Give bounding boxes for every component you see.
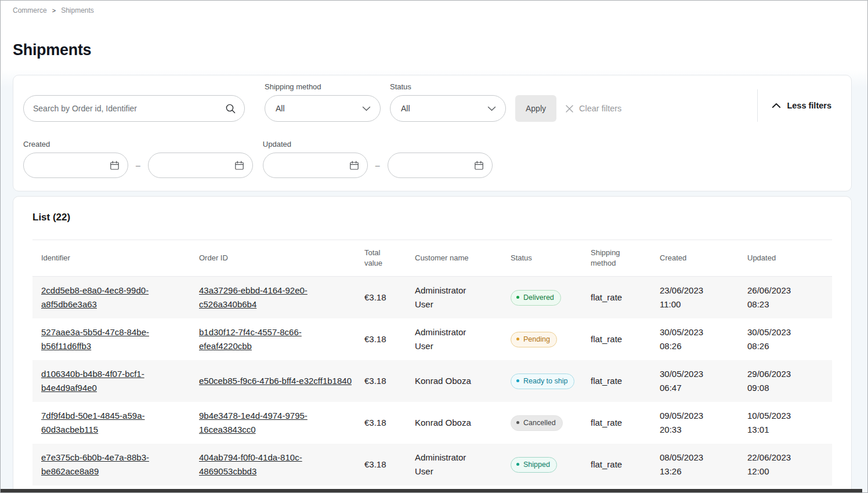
updated-cell: 29/06/2023 09:08 bbox=[747, 360, 832, 402]
table-body: 2cdd5eb8-e8a0-4ec8-99d0-a8f5db6e3a63 43a… bbox=[32, 277, 832, 485]
order-id-cell: 43a37296-ebbd-4164-92e0-c526a340b6b4 bbox=[199, 277, 364, 318]
total-value-cell: €3.18 bbox=[364, 402, 415, 444]
breadcrumb-commerce[interactable]: Commerce bbox=[13, 6, 47, 14]
status-filter: Status All bbox=[390, 82, 506, 122]
updated-to-input[interactable] bbox=[397, 161, 474, 170]
calendar-icon[interactable] bbox=[234, 161, 244, 171]
total-value-cell: €3.18 bbox=[364, 318, 415, 360]
calendar-icon[interactable] bbox=[474, 161, 484, 171]
breadcrumb-separator-icon: > bbox=[52, 7, 56, 14]
status-dot bbox=[516, 463, 519, 466]
updated-to-field bbox=[388, 153, 493, 178]
search-icon bbox=[225, 103, 236, 114]
table-row: 7df9f4bd-50e1-4845-a59a-60d3acbeb115 9b4… bbox=[32, 402, 832, 444]
created-cell: 23/06/2023 11:00 bbox=[660, 277, 747, 318]
status-badge-label: Ready to ship bbox=[523, 376, 567, 386]
apply-button[interactable]: Apply bbox=[515, 95, 556, 122]
table-row: 527aae3a-5b5d-47c8-84be-b56f11d6ffb3 b1d… bbox=[32, 318, 832, 360]
order-id-link[interactable]: 43a37296-ebbd-4164-92e0-c526a340b6b4 bbox=[199, 284, 353, 311]
calendar-icon[interactable] bbox=[349, 161, 359, 171]
clear-filters-button[interactable]: Clear filters bbox=[565, 95, 621, 122]
chevron-down-icon bbox=[362, 106, 371, 111]
shipping-method-filter: Shipping method All bbox=[265, 82, 381, 122]
updated-from-input[interactable] bbox=[273, 161, 349, 170]
status-dot bbox=[516, 296, 519, 299]
created-cell: 08/05/2023 13:26 bbox=[660, 444, 747, 485]
window-bottom-edge bbox=[1, 489, 862, 492]
chevron-down-icon bbox=[487, 106, 496, 111]
created-to-input[interactable] bbox=[158, 161, 234, 170]
identifier-link[interactable]: 2cdd5eb8-e8a0-4ec8-99d0-a8f5db6e3a63 bbox=[41, 284, 187, 311]
table-row: e7e375cb-6b0b-4e7a-88b3-be862ace8a89 404… bbox=[32, 444, 832, 485]
updated-date-range: – bbox=[263, 153, 493, 178]
column-header: Updated bbox=[747, 240, 832, 276]
chevron-up-icon bbox=[772, 103, 781, 108]
created-cell: 30/05/2023 06:47 bbox=[660, 360, 747, 402]
less-filters-label: Less filters bbox=[787, 101, 831, 110]
shipments-table: IdentifierOrder IDTotal valueCustomer na… bbox=[32, 240, 832, 485]
shipments-list-panel: List (22) IdentifierOrder IDTotal valueC… bbox=[13, 196, 852, 493]
vertical-divider bbox=[757, 89, 758, 122]
status-cell: Ready to ship bbox=[511, 360, 591, 402]
status-badge: Ready to ship bbox=[511, 374, 574, 389]
column-header: Order ID bbox=[199, 240, 364, 276]
created-cell: 30/05/2023 08:26 bbox=[660, 318, 747, 360]
column-header: Created bbox=[660, 240, 747, 276]
column-header: Identifier bbox=[32, 240, 199, 276]
order-id-link[interactable]: 9b4e3478-1e4d-4974-9795-16cea3843cc0 bbox=[199, 409, 353, 437]
order-id-cell: 9b4e3478-1e4d-4974-9795-16cea3843cc0 bbox=[199, 402, 364, 444]
status-badge-label: Cancelled bbox=[523, 418, 556, 427]
created-date-range: – bbox=[23, 153, 253, 178]
order-id-cell: e50ceb85-f9c6-47b6-bff4-e32cff1b1840 bbox=[199, 360, 364, 402]
identifier-link[interactable]: d106340b-b4b8-4f07-bcf1-b4e4d9af94e0 bbox=[41, 367, 187, 395]
column-header: Customer name bbox=[415, 240, 511, 276]
created-from-input[interactable] bbox=[33, 161, 110, 170]
created-cell: 09/05/2023 20:33 bbox=[660, 402, 747, 444]
identifier-link[interactable]: e7e375cb-6b0b-4e7a-88b3-be862ace8a89 bbox=[41, 451, 187, 478]
status-dot bbox=[516, 421, 519, 424]
status-dot bbox=[516, 338, 519, 340]
customer-name-cell: Administrator User bbox=[415, 277, 511, 318]
created-to-field bbox=[148, 153, 253, 178]
identifier-link[interactable]: 7df9f4bd-50e1-4845-a59a-60d3acbeb115 bbox=[41, 409, 187, 437]
shipping-method-cell: flat_rate bbox=[591, 402, 660, 444]
shipping-method-value: All bbox=[276, 104, 285, 113]
column-header: Shipping method bbox=[591, 240, 660, 276]
customer-name-cell: Konrad Oboza bbox=[415, 360, 511, 402]
identifier-cell: e7e375cb-6b0b-4e7a-88b3-be862ace8a89 bbox=[32, 444, 199, 485]
status-badge: Cancelled bbox=[511, 415, 563, 431]
breadcrumb-shipments: Shipments bbox=[61, 6, 94, 14]
created-date-filter: Created – bbox=[23, 140, 253, 178]
order-id-cell: b1d30f12-7f4c-4557-8c66-efeaf4220cbb bbox=[199, 318, 364, 360]
status-value: All bbox=[401, 104, 410, 113]
order-id-link[interactable]: e50ceb85-f9c6-47b6-bff4-e32cff1b1840 bbox=[199, 374, 352, 388]
order-id-link[interactable]: 404ab794-f0f0-41da-810c-4869053cbbd3 bbox=[199, 451, 353, 478]
identifier-cell: 2cdd5eb8-e8a0-4ec8-99d0-a8f5db6e3a63 bbox=[32, 277, 199, 318]
identifier-link[interactable]: 527aae3a-5b5d-47c8-84be-b56f11d6ffb3 bbox=[41, 325, 187, 353]
shipping-method-cell: flat_rate bbox=[591, 277, 660, 318]
filters-row-dates: Created – bbox=[23, 140, 840, 178]
search-box bbox=[23, 95, 245, 122]
search-input[interactable] bbox=[33, 104, 225, 113]
shipping-method-select[interactable]: All bbox=[265, 95, 381, 122]
status-badge: Shipped bbox=[511, 457, 557, 473]
status-select[interactable]: All bbox=[390, 95, 506, 122]
less-filters-toggle[interactable]: Less filters bbox=[772, 92, 840, 119]
breadcrumb: Commerce > Shipments bbox=[1, 1, 867, 14]
list-title: List (22) bbox=[32, 197, 832, 223]
status-cell: Delivered bbox=[511, 277, 591, 318]
shipments-page: Commerce > Shipments Shipments Sh bbox=[0, 0, 868, 493]
total-value-cell: €3.18 bbox=[364, 360, 415, 402]
updated-from-field bbox=[263, 153, 368, 178]
status-badge-label: Shipped bbox=[523, 460, 550, 469]
updated-cell: 22/06/2023 12:00 bbox=[747, 444, 832, 485]
customer-name-cell: Administrator User bbox=[415, 444, 511, 485]
order-id-link[interactable]: b1d30f12-7f4c-4557-8c66-efeaf4220cbb bbox=[199, 325, 353, 353]
search-group bbox=[23, 95, 265, 122]
updated-date-filter: Updated – bbox=[263, 140, 493, 178]
close-icon bbox=[565, 104, 574, 114]
table-row: d106340b-b4b8-4f07-bcf1-b4e4d9af94e0 e50… bbox=[32, 360, 832, 402]
column-header: Total value bbox=[364, 240, 415, 276]
status-dot bbox=[516, 379, 519, 382]
calendar-icon[interactable] bbox=[110, 161, 120, 171]
